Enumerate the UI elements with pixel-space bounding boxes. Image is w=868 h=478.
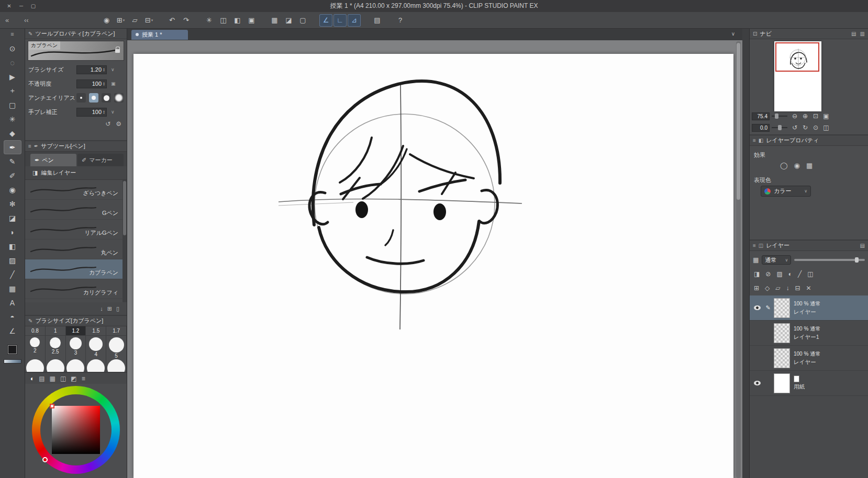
subtool-brush-item[interactable]: リアルGペン	[25, 220, 127, 240]
pencil-tool-icon[interactable]: ✎	[4, 154, 21, 168]
stabilization-input[interactable]: 100 ▲▼	[76, 108, 107, 117]
reset-rotation-button[interactable]: ⊙	[810, 124, 821, 131]
subtool-brush-item[interactable]: カブラペン	[25, 259, 127, 279]
edit-layer-row[interactable]: ◨ 編集レイヤー	[25, 166, 127, 180]
brush-size-preset[interactable]: 1.7	[106, 326, 127, 335]
balloon-tool-icon[interactable]: ◓	[4, 310, 21, 324]
zoom-slider[interactable]	[772, 113, 787, 119]
scrollbar-thumb[interactable]	[737, 43, 740, 200]
saturation-value-square[interactable]	[52, 406, 100, 454]
subtool-brush-item[interactable]: カリグラフィ	[25, 279, 127, 299]
collapse-panel-icon-2[interactable]: ‹‹	[24, 16, 38, 24]
brush-size-preset[interactable]	[86, 359, 106, 372]
transfer-to-lower-layer-icon[interactable]: ↓	[786, 284, 789, 292]
combine-to-lower-layer-icon[interactable]: ⊟	[795, 284, 800, 292]
zoom-out-button[interactable]: ⊖	[789, 112, 800, 120]
panel-menu-icon[interactable]: ≡	[753, 138, 756, 143]
navigator-header[interactable]: ⊡ ナビ ▤ ▥	[750, 29, 868, 39]
clip-studio-paint-icon[interactable]: ◉ ▾	[100, 14, 113, 27]
frame-border-tool-icon[interactable]: ▦	[4, 281, 21, 295]
new-raster-layer-icon[interactable]: ⊞	[754, 284, 759, 292]
move-layer-tool-icon[interactable]: ＋	[4, 84, 21, 98]
slider-thumb[interactable]	[778, 125, 782, 130]
panel-menu-icon[interactable]: ≡	[28, 143, 31, 149]
layer-visibility-toggle[interactable]	[752, 350, 762, 366]
brush-preview[interactable]: カブラペン	[28, 41, 124, 61]
navigator-preview[interactable]	[774, 41, 821, 111]
main-color-swatch[interactable]	[8, 345, 17, 354]
tab-marker[interactable]: ✐ マーカー	[77, 154, 124, 166]
brush-size-input[interactable]: 1.20 ▲▼	[76, 65, 107, 74]
rotate-left-button[interactable]: ↺	[789, 124, 800, 131]
subtool-brush-item[interactable]: ざらつきペン	[25, 180, 127, 200]
layer-thumbnail[interactable]	[774, 373, 790, 393]
rotate-right-button[interactable]: ↻	[800, 124, 810, 131]
opacity-input[interactable]: 100 ▲▼	[76, 79, 107, 88]
layer-row[interactable]: ✎ 100 % 通常 レイヤー1	[750, 321, 868, 346]
brush-size-preset[interactable]: 1	[46, 326, 66, 335]
auto-select-tool-icon[interactable]: ✳	[4, 112, 21, 126]
deselect-button[interactable]: ▢ ▾	[296, 14, 309, 27]
navigator-tab-icon[interactable]: ▤	[851, 31, 856, 37]
lock-layer-icon[interactable]: ⊘	[765, 270, 771, 278]
text-tool-icon[interactable]: A	[4, 295, 21, 310]
new-canvas-button[interactable]: ⊞ ▾	[114, 14, 127, 27]
subtool-brush-item[interactable]: Gペン	[25, 200, 127, 220]
actual-size-button[interactable]: ▣	[821, 112, 831, 120]
pen-tool-icon[interactable]: ✒	[4, 140, 21, 154]
canvas-page[interactable]	[133, 54, 733, 478]
chevron-down-icon[interactable]: ∨	[111, 67, 115, 72]
figure-tool-icon[interactable]: ╱	[4, 267, 21, 281]
layer-row[interactable]: ✎ 100 % 通常 レイヤー	[750, 295, 868, 321]
antialias-strong-button[interactable]	[114, 93, 124, 103]
antialias-weak-button[interactable]	[89, 93, 98, 103]
color-set-tab-icon[interactable]: ▦	[50, 375, 55, 382]
layer-name[interactable]: レイヤー	[794, 309, 820, 316]
layer-opacity-slider[interactable]	[794, 257, 865, 263]
fill-selection-button[interactable]: ◧ ▾	[231, 14, 244, 27]
brush-size-preset[interactable]: 4	[86, 336, 106, 360]
collapse-panel-icon[interactable]: «	[5, 16, 19, 24]
color-slider-tab-icon[interactable]: ▤	[39, 375, 44, 382]
blend-tool-icon[interactable]: ◗	[4, 225, 21, 239]
slider-thumb[interactable]	[775, 113, 778, 119]
tool-property-header[interactable]: ✎ ツールプロパティ[カブラペン]	[25, 29, 127, 39]
open-file-button[interactable]: ▱ ▾	[128, 14, 141, 27]
layer-mask-icon[interactable]: ◫	[807, 270, 813, 278]
reset-all-settings-icon[interactable]: ↺	[105, 120, 110, 128]
navigator-view-rect[interactable]	[775, 42, 819, 72]
scrollbar-thumb[interactable]	[123, 181, 126, 235]
brush-size-header[interactable]: ✎ ブラシサイズ[カブラペン]	[25, 316, 127, 326]
zoom-value[interactable]: 75.4	[752, 112, 770, 120]
undo-button[interactable]: ↶ ▾	[165, 14, 179, 27]
brush-size-preset[interactable]	[66, 359, 86, 372]
color-history-tab-icon[interactable]: ≡	[82, 375, 85, 382]
sub-tool-detail-icon[interactable]: ⚙	[116, 120, 121, 128]
layers-header[interactable]: ≡ ◫ レイヤー ▤	[750, 241, 868, 251]
slider-thumb[interactable]	[855, 257, 859, 263]
zoom-in-button[interactable]: ⊕	[800, 112, 810, 120]
approximate-color-tab-icon[interactable]: ◩	[71, 375, 76, 382]
layer-visibility-toggle[interactable]	[752, 375, 762, 391]
layer-thumbnail[interactable]	[774, 323, 790, 343]
layer-visibility-toggle[interactable]	[752, 300, 762, 316]
layer-search-tab-icon[interactable]: ▤	[860, 243, 865, 248]
indicator-toggle-icon[interactable]: ▣	[111, 81, 116, 86]
selection-area-tool-icon[interactable]: ▢	[4, 98, 21, 112]
antialias-middle-button[interactable]	[102, 93, 111, 103]
select-all-button[interactable]: ▦ ▾	[268, 14, 281, 27]
brush-size-preset[interactable]	[46, 359, 66, 372]
airbrush-tool-icon[interactable]: ◉	[4, 183, 21, 197]
layer-name[interactable]: レイヤー	[794, 359, 820, 366]
brush-size-preset[interactable]: 2.5	[46, 336, 66, 360]
color-wheel-tab-icon[interactable]: ◐	[30, 375, 34, 382]
brush-size-preset[interactable]: 1.5	[86, 326, 106, 335]
brush-size-preset[interactable]	[106, 359, 127, 372]
brush-size-preset[interactable]: 2	[25, 336, 46, 360]
layer-name[interactable]: 用紙	[794, 383, 805, 391]
snap-to-special-ruler-button[interactable]: ∟ ▾	[333, 14, 347, 27]
panel-menu-icon[interactable]: ≡	[753, 243, 756, 248]
delete-button[interactable]: ✳ ▾	[203, 14, 216, 27]
duplicate-subtool-icon[interactable]: ⊞	[107, 305, 112, 312]
subview-tab-icon[interactable]: ▥	[860, 31, 865, 37]
